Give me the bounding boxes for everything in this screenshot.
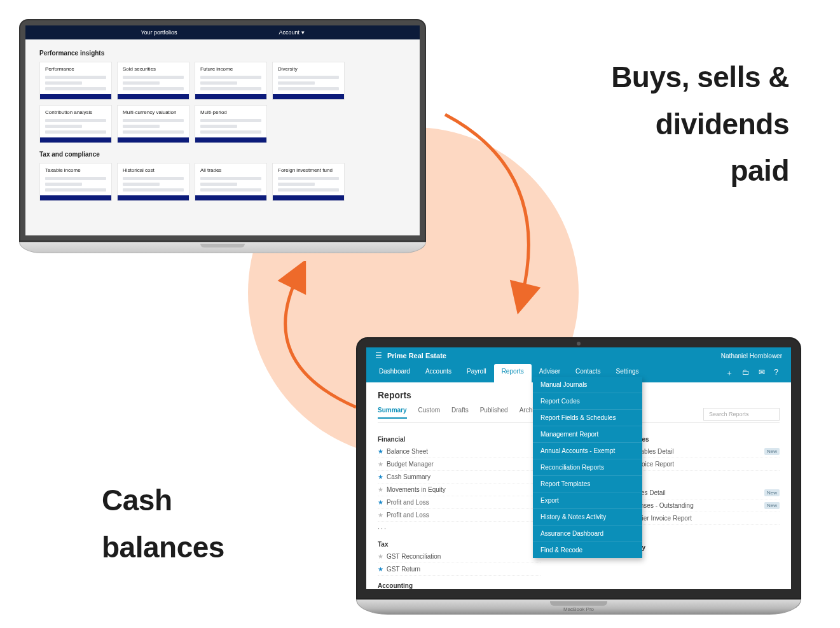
portfolio-nav-account[interactable]: Account ▾ [279, 25, 305, 39]
report-card-future-income[interactable]: Future income [195, 62, 267, 100]
portfolio-nav-center[interactable]: Your portfolios [141, 25, 177, 39]
group-accounting: Accounting [378, 582, 540, 589]
report-card-performance[interactable]: Performance [39, 62, 112, 100]
arrow-down-right [407, 95, 572, 318]
report-card-contribution-analysis[interactable]: Contribution analysis [39, 105, 112, 143]
group-financial: Financial [378, 436, 540, 443]
nav-tab-accounts[interactable]: Accounts [418, 364, 459, 382]
report-row-gst-reconciliation[interactable]: ★GST Reconciliation [378, 550, 540, 563]
help-icon[interactable]: ? [774, 368, 778, 379]
report-row-budget-manager[interactable]: ★Budget Manager [378, 458, 540, 471]
star-icon[interactable]: ★ [378, 566, 387, 573]
search-input[interactable]: Search Reports [703, 408, 780, 421]
report-card-all-trades[interactable]: All trades [195, 163, 267, 201]
subtab-summary[interactable]: Summary [378, 407, 407, 419]
report-name: Profit and Loss [387, 512, 540, 519]
star-icon[interactable]: ★ [378, 448, 387, 455]
report-card-title: Multi-period [200, 109, 261, 115]
dropdown-item-management-report[interactable]: Management Report [533, 426, 642, 443]
report-row-profit-and-loss[interactable]: ★Profit and Loss [378, 509, 540, 522]
new-badge: New [764, 502, 780, 509]
section-performance-insights: Performance insights [39, 50, 406, 57]
report-row-movements-in-equity[interactable]: ★Movements in Equity [378, 484, 540, 496]
report-card-multi-period[interactable]: Multi-period [195, 105, 267, 143]
dropdown-item-report-codes[interactable]: Report Codes [533, 393, 642, 410]
report-name: eceivables Detail [626, 448, 764, 455]
report-name: Balance Sheet [387, 448, 540, 455]
report-card-foreign-investment-fund[interactable]: Foreign investment fund [272, 163, 345, 201]
report-card-title: Sold securities [123, 66, 184, 72]
report-name: GST Return [387, 566, 540, 573]
subtab-published[interactable]: Published [480, 407, 508, 419]
headline-bottom: Cash balances [102, 477, 224, 571]
report-card-title: Foreign investment fund [278, 167, 339, 173]
camera-dot [577, 342, 581, 345]
headline-top-line1: Buys, sells & [611, 60, 789, 94]
nav-tab-dashboard[interactable]: Dashboard [371, 364, 418, 382]
star-icon[interactable]: ★ [378, 461, 387, 468]
report-row-cash-summary[interactable]: ★Cash Summary [378, 471, 540, 484]
menu-icon[interactable]: ☰ [375, 351, 382, 360]
folder-icon[interactable]: 🗀 [742, 368, 750, 379]
headline-bottom-line1: Cash [102, 484, 172, 517]
dropdown-item-manual-journals[interactable]: Manual Journals [533, 377, 642, 393]
report-card-title: All trades [200, 167, 261, 173]
report-card-diversity[interactable]: Diversity [272, 62, 345, 100]
nav-tab-payroll[interactable]: Payroll [459, 364, 494, 382]
mail-icon[interactable]: ✉ [759, 368, 765, 379]
more-icon[interactable]: ··· [378, 522, 540, 534]
report-row-gst-return[interactable]: ★GST Return [378, 563, 540, 576]
dropdown-item-find-recode[interactable]: Find & Recode [533, 542, 642, 558]
star-icon[interactable]: ★ [378, 486, 387, 493]
section-tax-compliance: Tax and compliance [39, 151, 406, 158]
report-name: GST Reconciliation [387, 553, 540, 560]
report-name: er Invoice Report [626, 461, 780, 468]
report-card-title: Performance [45, 66, 106, 72]
dropdown-item-report-templates[interactable]: Report Templates [533, 476, 642, 492]
report-card-sold-securities[interactable]: Sold securities [117, 62, 189, 100]
report-name: Budget Manager [387, 461, 540, 468]
report-card-title: Future income [200, 66, 261, 72]
new-badge: New [764, 448, 780, 455]
dropdown-item-reconciliation-reports[interactable]: Reconciliation Reports [533, 459, 642, 476]
headline-top-line3: paid [730, 154, 789, 187]
new-badge: New [764, 489, 780, 496]
dropdown-item-report-fields-schedules[interactable]: Report Fields & Schedules [533, 410, 642, 426]
dropdown-item-annual-accounts-exempt[interactable]: Annual Accounts - Exempt [533, 443, 642, 459]
report-card-title: Diversity [278, 66, 339, 72]
report-row-profit-and-loss[interactable]: ★Profit and Loss [378, 496, 540, 509]
report-card-multi-currency-valuation[interactable]: Multi-currency valuation [117, 105, 189, 143]
dropdown-item-export[interactable]: Export [533, 492, 642, 509]
report-card-title: Taxable income [45, 167, 106, 173]
star-icon[interactable]: ★ [378, 512, 387, 519]
subtab-custom[interactable]: Custom [418, 407, 440, 419]
report-name: Profit and Loss [387, 499, 540, 506]
report-card-taxable-income[interactable]: Taxable income [39, 163, 112, 201]
laptop-xero: ☰ Prime Real Estate Nathaniel Hornblower… [356, 337, 801, 615]
report-card-title: Historical cost [123, 167, 184, 173]
laptop-brand: MacBook Pro [357, 606, 801, 612]
report-name: Cash Summary [387, 473, 540, 480]
star-icon[interactable]: ★ [378, 553, 387, 560]
report-card-historical-cost[interactable]: Historical cost [117, 163, 189, 201]
headline-bottom-line2: balances [102, 531, 224, 564]
report-name: Supplier Invoice Report [626, 515, 780, 522]
nav-tab-reports[interactable]: Reports [494, 364, 532, 382]
report-name: Expenses - Outstanding [626, 502, 764, 509]
adviser-dropdown[interactable]: Manual JournalsReport CodesReport Fields… [533, 377, 642, 558]
dropdown-item-assurance-dashboard[interactable]: Assurance Dashboard [533, 526, 642, 542]
subtab-drafts[interactable]: Drafts [451, 407, 469, 419]
report-row-balance-sheet[interactable]: ★Balance Sheet [378, 445, 540, 458]
headline-top-line2: dividends [656, 108, 789, 141]
user-name[interactable]: Nathaniel Hornblower [721, 352, 782, 359]
report-name: ayables Detail [626, 489, 764, 496]
star-icon[interactable]: ★ [378, 499, 387, 506]
report-card-title: Multi-currency valuation [123, 109, 184, 115]
report-name: Movements in Equity [387, 486, 540, 493]
laptop-portfolio: Your portfolios Account ▾ Performance in… [19, 19, 426, 253]
star-icon[interactable]: ★ [378, 473, 387, 480]
plus-icon[interactable]: ＋ [726, 368, 733, 379]
group-tax: Tax [378, 541, 540, 548]
dropdown-item-history-notes-activity[interactable]: History & Notes Activity [533, 509, 642, 526]
company-name[interactable]: Prime Real Estate [387, 352, 446, 359]
